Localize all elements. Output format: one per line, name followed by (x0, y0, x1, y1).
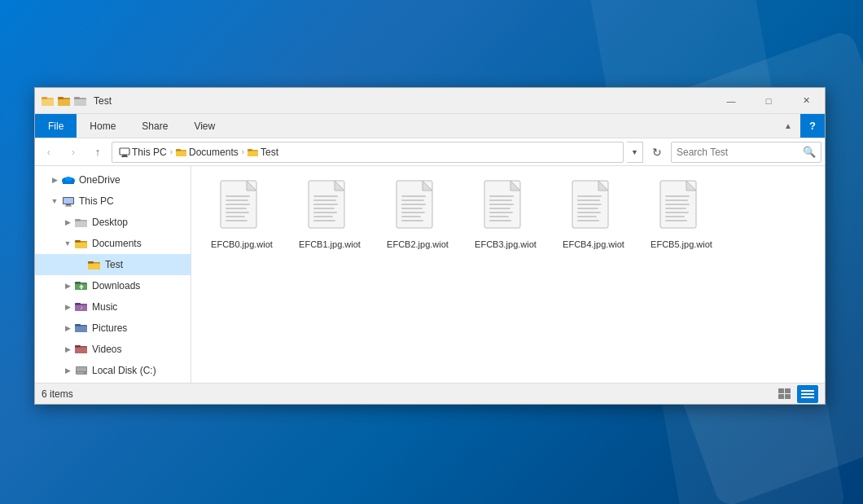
svg-rect-11 (121, 156, 128, 157)
localdisk-icon (74, 363, 89, 378)
svg-rect-17 (248, 149, 252, 151)
addressbar: ‹ › ↑ This PC › Documents › (35, 138, 825, 166)
ribbon-collapse-button[interactable]: ▲ (776, 114, 800, 138)
ribbon-tab-file[interactable]: File (35, 114, 77, 138)
search-box: 🔍 (671, 142, 821, 163)
test-label: Test (105, 259, 123, 270)
svg-rect-119 (801, 390, 814, 392)
file-item[interactable]: EFCB0.jpg.wiot (201, 176, 283, 252)
folder-icon-small (42, 95, 55, 107)
minimize-button[interactable]: — (712, 88, 750, 114)
svg-rect-100 (577, 204, 602, 205)
tile-view-icon (801, 388, 814, 400)
svg-rect-73 (313, 216, 333, 217)
svg-rect-46 (75, 327, 87, 333)
expand-downloads[interactable]: ▶ (61, 275, 74, 296)
sidebar-item-pictures[interactable]: ▶ Pictures (35, 318, 191, 339)
svg-rect-103 (577, 216, 597, 217)
file-item[interactable]: EFCB2.jpg.wiot (377, 176, 458, 252)
back-button[interactable]: ‹ (38, 142, 59, 163)
svg-rect-8 (74, 97, 80, 99)
desktop-icon (74, 215, 89, 230)
file-item[interactable]: EFCB3.jpg.wiot (465, 176, 546, 252)
file-label: EFCB5.jpg.wiot (651, 239, 712, 249)
svg-rect-114 (665, 220, 687, 221)
expand-localdisk[interactable]: ▶ (61, 360, 74, 381)
forward-button[interactable]: › (63, 142, 84, 163)
ribbon-tab-share[interactable]: Share (129, 114, 181, 138)
sidebar-item-thispc[interactable]: ▼ This PC (35, 191, 191, 212)
svg-rect-82 (401, 212, 425, 213)
path-segment-test: Test (248, 147, 278, 158)
sidebar-item-test[interactable]: Test (35, 254, 191, 275)
search-icon[interactable]: 🔍 (803, 146, 816, 158)
svg-rect-61 (226, 208, 247, 209)
sidebar-item-localdisk[interactable]: ▶ Local Disk (C:) (35, 360, 191, 381)
file-icon-svg (567, 179, 620, 238)
svg-rect-68 (313, 195, 338, 197)
svg-rect-5 (58, 97, 64, 99)
svg-rect-109 (665, 199, 688, 201)
tile-view-button[interactable] (797, 385, 818, 403)
close-button[interactable]: ✕ (787, 88, 825, 114)
file-item[interactable]: EFCB4.jpg.wiot (553, 176, 634, 252)
sidebar-item-desktop[interactable]: ▶ Desktop (35, 212, 191, 233)
path-segment-thispc: This PC (119, 147, 167, 158)
expand-documents[interactable]: ▼ (61, 233, 74, 254)
svg-rect-101 (577, 208, 598, 209)
svg-rect-60 (226, 204, 250, 205)
refresh-button[interactable]: ↻ (646, 142, 668, 163)
statusbar: 6 items (35, 383, 825, 404)
thispc-label: This PC (79, 195, 114, 207)
expand-test[interactable] (74, 254, 87, 275)
music-folder-svg: ♪ (75, 301, 88, 313)
file-item[interactable]: EFCB1.jpg.wiot (289, 176, 370, 252)
svg-rect-72 (313, 212, 337, 213)
expand-videos[interactable]: ▶ (61, 339, 74, 360)
svg-rect-2 (42, 97, 47, 99)
svg-rect-24 (64, 198, 73, 204)
svg-rect-62 (226, 212, 249, 213)
svg-rect-89 (489, 199, 512, 201)
list-view-button[interactable] (774, 385, 795, 403)
svg-rect-70 (313, 204, 338, 205)
ribbon-tab-view[interactable]: View (181, 114, 228, 138)
explorer-window: Test — □ ✕ File Home Share View ▲ ? ‹ › … (34, 87, 826, 405)
videos-label: Videos (92, 344, 121, 355)
file-label: EFCB0.jpg.wiot (211, 239, 273, 249)
svg-rect-58 (226, 195, 250, 197)
sidebar-item-onedrive[interactable]: ▶ OneDrive (35, 169, 191, 191)
main-area: ▶ OneDrive ▼ (35, 166, 825, 383)
expand-thispc[interactable]: ▼ (48, 191, 61, 212)
test-folder-icon (87, 257, 102, 272)
folder-icon-path (176, 147, 187, 157)
window-title: Test (94, 95, 712, 107)
svg-rect-9 (120, 148, 129, 155)
svg-rect-47 (75, 324, 81, 327)
expand-onedrive[interactable]: ▶ (48, 169, 61, 191)
file-icon-svg (216, 179, 268, 238)
expand-music[interactable]: ▶ (61, 296, 74, 318)
status-count: 6 items (42, 388, 774, 400)
svg-rect-91 (489, 208, 510, 209)
sidebar-item-downloads[interactable]: ▶ Downloads (35, 275, 191, 296)
search-input[interactable] (677, 147, 799, 158)
svg-rect-32 (75, 240, 81, 243)
expand-pictures[interactable]: ▶ (61, 318, 74, 339)
sidebar-item-documents[interactable]: ▼ Documents (35, 233, 191, 254)
ribbon-tab-home[interactable]: Home (77, 114, 129, 138)
onedrive-label: OneDrive (79, 174, 120, 186)
sidebar-item-videos[interactable]: ▶ Videos (35, 339, 191, 360)
svg-rect-13 (176, 151, 186, 156)
file-icon-wrapper (655, 179, 707, 238)
address-dropdown-button[interactable]: ▼ (627, 142, 643, 163)
up-button[interactable]: ↑ (87, 142, 108, 163)
address-path[interactable]: This PC › Documents › Test (112, 142, 624, 163)
ribbon-help-button[interactable]: ? (800, 114, 825, 138)
sidebar-item-music[interactable]: ▶ ♪ Music (35, 296, 191, 318)
svg-rect-78 (401, 195, 426, 197)
expand-desktop[interactable]: ▶ (61, 212, 74, 233)
file-icon-svg (655, 179, 707, 238)
maximize-button[interactable]: □ (750, 88, 787, 114)
file-item[interactable]: EFCB5.jpg.wiot (641, 176, 722, 252)
